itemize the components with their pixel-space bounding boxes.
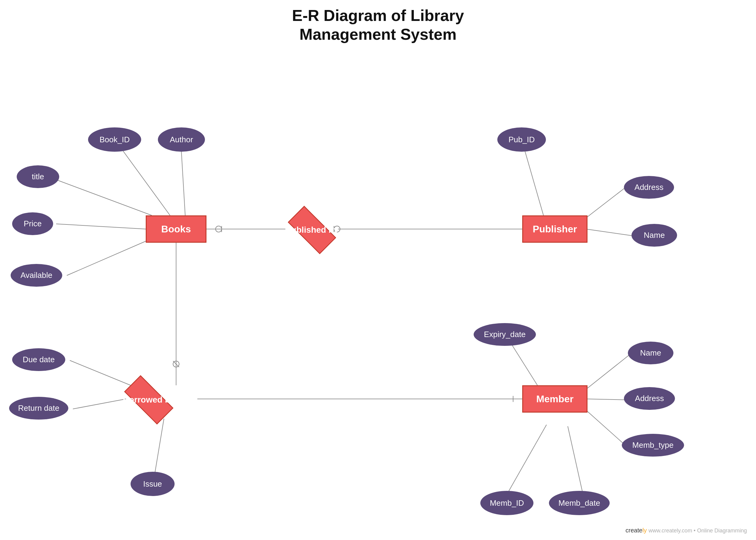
attribute-name-mem: Name [628,341,673,364]
svg-line-12 [70,360,130,385]
attribute-name-pub: Name [632,224,677,247]
attribute-return-date: Return date [9,397,68,420]
attribute-author: Author [158,127,205,152]
entity-member: Member [522,385,588,413]
svg-line-20 [568,426,582,491]
attribute-expiry-date: Expiry_date [473,323,536,346]
svg-line-9 [586,229,635,236]
svg-line-26 [173,361,179,367]
relationship-published-by-label: Published by [285,225,338,235]
svg-line-8 [585,188,626,218]
attribute-memb-date: Memb_date [549,491,610,515]
attribute-due-date: Due date [12,348,65,371]
attribute-issue: Issue [130,472,175,496]
svg-line-16 [585,354,630,390]
relationship-borrowed-by: Borrowed by [120,385,178,414]
attribute-title: title [17,165,59,188]
svg-line-18 [585,410,626,445]
diagram-title: E-R Diagram of Library Management System [292,6,464,44]
attribute-memb-type: Memb_type [622,434,684,457]
attribute-memb-id: Memb_ID [480,491,533,515]
attribute-address-mem: Address [624,387,675,410]
svg-line-19 [508,425,546,491]
attribute-address-pub: Address [624,176,674,199]
connections-svg [0,0,756,540]
attribute-pub-id: Pub_ID [497,127,546,152]
relationship-borrowed-by-label: Borrowed by [123,395,175,405]
attribute-available: Available [11,264,62,287]
relationship-published-by: Published by [285,215,338,244]
svg-line-14 [155,419,164,473]
svg-point-25 [173,361,179,367]
svg-line-13 [73,399,126,409]
attribute-price: Price [12,212,53,235]
svg-line-4 [67,241,146,275]
attribute-book-id: Book_ID [88,127,141,152]
entity-publisher: Publisher [522,215,588,243]
svg-point-21 [216,226,222,232]
svg-line-2 [49,177,152,215]
watermark: creately www.creately.com • Online Diagr… [626,527,747,534]
svg-line-3 [56,224,146,229]
diagram-container: E-R Diagram of Library Management System… [0,0,756,540]
entity-books: Books [146,215,206,243]
svg-line-17 [586,399,627,400]
